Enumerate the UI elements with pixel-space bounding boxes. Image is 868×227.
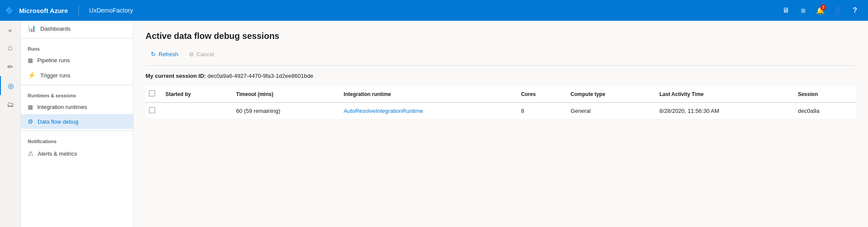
dashboards-icon: 📊 bbox=[28, 25, 36, 32]
sidebar-item-trigger-runs[interactable]: ⚡ Trigger runs bbox=[21, 67, 133, 83]
rail-edit[interactable]: ✏ bbox=[0, 57, 21, 76]
pipeline-runs-icon: ▦ bbox=[28, 57, 33, 64]
sidebar-divider-1 bbox=[21, 38, 133, 38]
sidebar-item-trigger-runs-label: Trigger runs bbox=[40, 72, 71, 79]
sidebar-divider-3 bbox=[21, 131, 133, 131]
cancel-button[interactable]: ⊘ Cancel bbox=[184, 48, 219, 60]
rail-monitor[interactable]: ◎ bbox=[0, 76, 21, 95]
data-flow-debug-icon: ⚙ bbox=[28, 118, 33, 125]
sidebar-item-integration-runtimes[interactable]: ▦ Integration runtimes bbox=[21, 100, 133, 114]
refresh-button[interactable]: ↻ Refresh bbox=[146, 48, 184, 60]
cloud-shell-button[interactable]: 🖥 bbox=[778, 3, 794, 18]
alerts-metrics-icon: ⚠ bbox=[28, 150, 33, 157]
debug-sessions-table: Started by Timeout (mins) Integration ru… bbox=[146, 86, 856, 119]
table-row: 60 (59 remaining) AutoResolveIntegration… bbox=[146, 102, 856, 119]
select-all-checkbox[interactable] bbox=[149, 90, 155, 96]
topbar: 🔷 Microsoft Azure UxDemoFactory 🖥 ⊞ 🔔 7 … bbox=[0, 0, 868, 21]
sidebar-item-dashboards[interactable]: 📊 Dashboards bbox=[21, 21, 133, 36]
td-started-by bbox=[160, 102, 231, 119]
sidebar-divider-2 bbox=[21, 85, 133, 85]
collapse-icon: « bbox=[9, 27, 12, 34]
td-timeout: 60 (59 remaining) bbox=[231, 102, 338, 119]
portal-menu-icon: ⊞ bbox=[801, 7, 806, 14]
th-last-activity: Last Activity Time bbox=[654, 86, 793, 102]
portal-menu-button[interactable]: ⊞ bbox=[795, 3, 811, 18]
integration-runtime-link[interactable]: AutoResolveIntegrationRuntime bbox=[343, 108, 423, 114]
sidebar-item-integration-runtimes-label: Integration runtimes bbox=[37, 104, 87, 110]
account-icon: 👤 bbox=[833, 6, 842, 15]
content-area: Active data flow debug sessions ↻ Refres… bbox=[133, 21, 868, 227]
topbar-divider bbox=[78, 5, 79, 16]
sidebar-item-data-flow-debug-label: Data flow debug bbox=[38, 118, 78, 125]
notifications-button[interactable]: 🔔 7 bbox=[813, 3, 828, 18]
sidebar-item-data-flow-debug[interactable]: ⚙ Data flow debug bbox=[21, 114, 133, 129]
cancel-icon: ⊘ bbox=[189, 51, 194, 58]
td-compute-type: General bbox=[565, 102, 654, 119]
session-id-label: My current session ID: bbox=[146, 73, 206, 79]
th-integration-runtime: Integration runtime bbox=[338, 86, 515, 102]
td-session: dec0a9a bbox=[793, 102, 856, 119]
rail-home[interactable]: ⌂ bbox=[0, 38, 21, 57]
cancel-label: Cancel bbox=[197, 51, 214, 58]
toolbar: ↻ Refresh ⊘ Cancel bbox=[146, 48, 856, 66]
td-cores: 8 bbox=[516, 102, 565, 119]
rail-manage[interactable]: 🗂 bbox=[0, 95, 21, 114]
sidebar-item-alerts-metrics[interactable]: ⚠ Alerts & metrics bbox=[21, 146, 133, 161]
home-icon: ⌂ bbox=[8, 43, 13, 52]
th-checkbox bbox=[146, 86, 160, 102]
session-id-value: dec0a9a6-4927-4470-9fa3-1d2ee8601bde bbox=[207, 73, 313, 79]
page-title: Active data flow debug sessions bbox=[146, 31, 856, 41]
sidebar-item-alerts-metrics-label: Alerts & metrics bbox=[38, 150, 77, 157]
th-started-by: Started by bbox=[160, 86, 231, 102]
sidebar: 📊 Dashboards Runs ▦ Pipeline runs ⚡ Trig… bbox=[21, 21, 133, 227]
monitor-icon: ◎ bbox=[8, 82, 14, 90]
sidebar-item-pipeline-runs[interactable]: ▦ Pipeline runs bbox=[21, 53, 133, 67]
runtimes-section-header: Runtimes & sessions bbox=[21, 87, 133, 100]
sidebar-item-pipeline-runs-label: Pipeline runs bbox=[37, 57, 70, 64]
help-button[interactable]: ? bbox=[847, 3, 863, 18]
th-timeout: Timeout (mins) bbox=[231, 86, 338, 102]
integration-runtimes-icon: ▦ bbox=[28, 104, 33, 110]
th-compute-type: Compute type bbox=[565, 86, 654, 102]
icon-rail: « ⌂ ✏ ◎ 🗂 bbox=[0, 21, 21, 227]
td-last-activity: 8/28/2020, 11:56:30 AM bbox=[654, 102, 793, 119]
td-integration-runtime: AutoResolveIntegrationRuntime bbox=[338, 102, 515, 119]
refresh-icon: ↻ bbox=[151, 51, 156, 58]
topbar-icons: 🖥 ⊞ 🔔 7 👤 ? bbox=[778, 3, 863, 18]
help-icon: ? bbox=[853, 6, 857, 14]
th-cores: Cores bbox=[516, 86, 565, 102]
th-session: Session bbox=[793, 86, 856, 102]
topbar-brand: 🔷 Microsoft Azure UxDemoFactory bbox=[5, 5, 133, 16]
main-layout: « ⌂ ✏ ◎ 🗂 📊 Dashboards Runs ▦ Pipeline r… bbox=[0, 21, 868, 227]
notifications-section-header: Notifications bbox=[21, 133, 133, 146]
refresh-label: Refresh bbox=[159, 51, 178, 58]
collapse-button[interactable]: « bbox=[0, 22, 21, 38]
account-button[interactable]: 👤 bbox=[830, 3, 845, 18]
runs-section-header: Runs bbox=[21, 40, 133, 53]
factory-name: UxDemoFactory bbox=[89, 7, 133, 14]
cloud-shell-icon: 🖥 bbox=[782, 6, 789, 14]
row-select-checkbox[interactable] bbox=[149, 107, 155, 113]
manage-icon: 🗂 bbox=[7, 101, 14, 109]
notifications-badge: 7 bbox=[820, 4, 826, 10]
table-header-row: Started by Timeout (mins) Integration ru… bbox=[146, 86, 856, 102]
session-info: My current session ID: dec0a9a6-4927-447… bbox=[146, 66, 856, 86]
azure-logo: 🔷 bbox=[5, 6, 14, 15]
edit-icon: ✏ bbox=[7, 63, 13, 71]
trigger-runs-icon: ⚡ bbox=[28, 71, 36, 79]
td-row-checkbox bbox=[146, 102, 160, 119]
sidebar-item-dashboards-label: Dashboards bbox=[40, 26, 71, 32]
brand-name: Microsoft Azure bbox=[19, 7, 68, 14]
